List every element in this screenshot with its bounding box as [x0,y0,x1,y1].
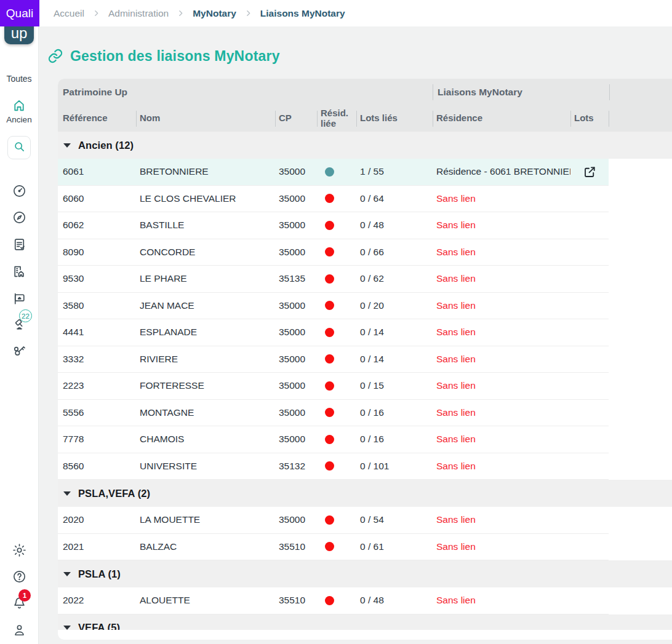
cell-cp: 35000 [275,407,317,418]
cell-nom: CONCORDE [136,247,275,258]
section-header-label: Ancien (12) [78,140,134,151]
sidebar-item-auctions[interactable] [0,316,38,334]
status-dot-icon [325,301,334,310]
home-icon [11,97,27,116]
breadcrumb-administration[interactable]: Administration [108,8,169,19]
cell-nom: LE PHARE [136,273,275,284]
table-row[interactable]: 8560 UNIVERSITE 35132 0 / 101 Sans lien [58,453,672,480]
notifications-badge: 1 [18,589,31,602]
cell-lots-lies: 0 / 48 [356,595,433,606]
compass-icon [12,210,27,228]
cell-cp: 35510 [275,541,317,552]
section-header[interactable]: PSLA (1) [58,560,672,587]
cell-residence: Sans lien [433,354,570,365]
breadcrumb-mynotary[interactable]: MyNotary [193,8,236,19]
status-dot-icon [325,247,334,256]
auctions-count: 22 [22,312,30,320]
table-row-inner: 8090 CONCORDE 35000 0 / 66 Sans lien [58,239,609,266]
cell-nom: MONTAGNE [136,407,275,418]
toutes-label: Toutes [6,74,31,84]
status-dot-icon [325,515,334,525]
sidebar-item-ancien-label: Ancien [0,115,38,124]
sidebar-item-sales[interactable] [0,291,38,309]
cell-lots-lies: 0 / 66 [356,247,433,258]
logo-quali[interactable]: Quali [0,0,39,26]
sidebar-item-dashboard[interactable] [0,183,38,201]
collapse-triangle-icon [63,572,71,576]
sidebar-item-explore[interactable] [0,210,38,228]
cell-lots-lies: 0 / 101 [356,461,433,472]
sidebar-item-properties[interactable] [0,264,38,282]
sidebar-item-tasks[interactable] [0,237,38,255]
table-row[interactable]: 2020 LA MOUETTE 35000 0 / 54 Sans lien [58,507,672,534]
notifications-count: 1 [23,592,26,599]
cell-resid-liee [317,461,356,471]
sale-sign-icon [12,291,27,309]
cell-cp: 35000 [275,354,317,365]
table-row[interactable]: 2223 FORTERESSE 35000 0 / 15 Sans lien [58,373,672,400]
table-row-inner: 4441 ESPLANADE 35000 0 / 14 Sans lien [58,319,609,346]
table-row-inner: 5556 MONTAGNE 35000 0 / 16 Sans lien [58,400,609,427]
table-row[interactable]: 8090 CONCORDE 35000 0 / 66 Sans lien [58,239,672,266]
cell-residence: Sans lien [433,220,570,231]
table-row[interactable]: 6062 BASTILLE 35000 0 / 48 Sans lien [58,212,672,239]
cell-residence: Sans lien [433,273,570,284]
table-row[interactable]: 5556 MONTAGNE 35000 0 / 16 Sans lien [58,400,672,427]
table-row[interactable]: 6061 BRETONNIERE 35000 1 / 55 Résidence … [58,159,672,186]
sidebar-item-ancien[interactable] [0,97,38,116]
external-link-icon[interactable] [570,165,609,179]
sidebar-item-profile[interactable] [0,622,38,640]
cell-reference: 4441 [58,327,136,338]
cell-residence: Sans lien [433,247,570,258]
section-header[interactable]: Ancien (12) [58,132,672,159]
table-row[interactable]: 2021 BALZAC 35510 0 / 61 Sans lien [58,534,672,561]
search-button[interactable] [7,136,31,159]
cell-residence: Sans lien [433,327,570,338]
horizontal-scrollbar-track[interactable] [58,630,672,640]
column-header-lots: Lots [570,105,609,132]
table-row[interactable]: 2022 ALOUETTE 35510 0 / 48 Sans lien [58,587,672,614]
table-row[interactable]: 3580 JEAN MACE 35000 0 / 20 Sans lien [58,293,672,320]
table-row[interactable]: 7778 CHAMOIS 35000 0 / 16 Sans lien [58,426,672,453]
table-row[interactable]: 6060 LE CLOS CHEVALIER 35000 0 / 64 Sans… [58,186,672,213]
table-row-inner: 2020 LA MOUETTE 35000 0 / 54 Sans lien [58,507,609,534]
cell-reference: 2223 [58,380,136,391]
cell-resid-liee [317,435,356,444]
logo-up-text: up [11,25,28,42]
section-header[interactable]: VEFA (5) [58,614,672,630]
table-row[interactable]: 4441 ESPLANADE 35000 0 / 14 Sans lien [58,319,672,346]
breadcrumb-accueil[interactable]: Accueil [54,8,84,19]
cell-nom: LE CLOS CHEVALIER [136,193,275,204]
sidebar-filter-toutes[interactable]: Toutes [0,74,38,84]
cell-residence: Sans lien [433,300,570,311]
status-dot-icon [325,194,334,203]
table-group-header-row: Patrimoine Up Liaisons MyNotary [58,79,672,105]
column-header-reference: Référence [58,105,136,132]
cell-cp: 35132 [275,461,317,472]
table-row[interactable]: 3332 RIVIERE 35000 0 / 14 Sans lien [58,346,672,373]
cell-reference: 2021 [58,541,136,552]
cell-residence: Sans lien [433,434,570,445]
cell-cp: 35510 [275,595,317,606]
cell-reference: 6062 [58,220,136,231]
cell-resid-liee [317,328,356,337]
cell-reference: 9530 [58,273,136,284]
app-root: up Quali Toutes Ancien [0,0,672,644]
cell-resid-liee [317,194,356,203]
status-dot-icon [325,167,334,177]
status-dot-icon [325,381,334,391]
sidebar-item-keys[interactable] [0,343,38,361]
cell-reference: 6061 [58,166,136,177]
sidebar-item-help[interactable] [0,569,38,587]
chevron-right-icon [177,9,185,17]
section-header[interactable]: PSLA,VEFA (2) [58,480,672,507]
cell-residence: Sans lien [433,461,570,472]
cell-nom: CHAMOIS [136,434,275,445]
table-row[interactable]: 9530 LE PHARE 35135 0 / 62 Sans lien [58,266,672,293]
sidebar-item-settings[interactable] [0,543,38,560]
status-dot-icon [325,596,334,605]
table-row-inner: 8560 UNIVERSITE 35132 0 / 101 Sans lien [58,453,609,480]
breadcrumb-liaisons-mynotary[interactable]: Liaisons MyNotary [260,8,345,19]
cell-cp: 35000 [275,327,317,338]
building-home-icon [12,264,27,282]
